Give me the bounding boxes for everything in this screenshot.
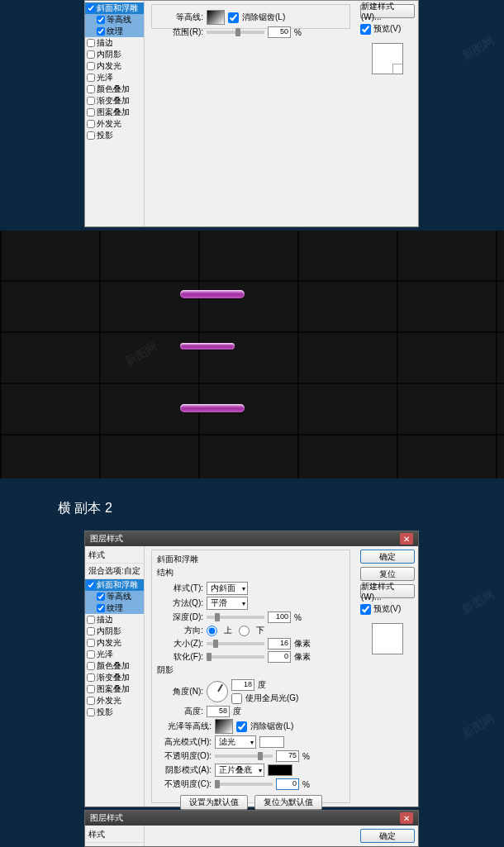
soften-label: 软化(F): bbox=[157, 651, 203, 663]
right-panel: 确定 复位 新建样式(W)... 预览(V) bbox=[357, 546, 418, 807]
altitude-input[interactable]: 58 bbox=[207, 706, 230, 717]
style-item-outer-glow[interactable]: 外发光 bbox=[85, 118, 144, 130]
style-item-outer-glow[interactable]: 外发光 bbox=[85, 695, 144, 707]
style-item-gradient-overlay[interactable]: 渐变叠加 bbox=[85, 95, 144, 107]
style-item-bevel[interactable]: 斜面和浮雕 bbox=[85, 579, 144, 591]
style-checkbox[interactable] bbox=[87, 50, 95, 59]
opacity1-input[interactable]: 75 bbox=[276, 750, 299, 762]
style-item-pattern-overlay[interactable]: 图案叠加 bbox=[85, 107, 144, 118]
close-button[interactable]: ✕ bbox=[400, 812, 413, 824]
angle-input[interactable]: 18 bbox=[231, 679, 254, 691]
size-input[interactable]: 16 bbox=[268, 638, 291, 650]
preview-checkbox[interactable] bbox=[360, 604, 371, 615]
style-item-color-overlay[interactable]: 颜色叠加 bbox=[85, 83, 144, 95]
make-default-button[interactable]: 设置为默认值 bbox=[180, 795, 248, 810]
style-checkbox[interactable] bbox=[87, 708, 95, 716]
blend-options-header[interactable]: 混合选项:自定 bbox=[85, 564, 144, 579]
opacity2-input[interactable]: 0 bbox=[276, 778, 299, 790]
style-item-inner-shadow[interactable]: 内阴影 bbox=[85, 49, 144, 60]
style-checkbox[interactable] bbox=[87, 627, 95, 635]
style-checkbox[interactable] bbox=[97, 604, 105, 612]
style-item-contour[interactable]: 等高线 bbox=[85, 14, 144, 26]
style-item-pattern-overlay[interactable]: 图案叠加 bbox=[85, 683, 144, 695]
style-item-gradient-overlay[interactable]: 渐变叠加 bbox=[85, 672, 144, 683]
style-item-inner-glow[interactable]: 内发光 bbox=[85, 637, 144, 649]
style-checkbox[interactable] bbox=[87, 108, 95, 117]
style-checkbox[interactable] bbox=[87, 4, 95, 12]
style-checkbox[interactable] bbox=[87, 39, 95, 47]
style-checkbox[interactable] bbox=[87, 74, 95, 82]
reset-default-button[interactable]: 复位为默认值 bbox=[254, 795, 322, 810]
style-checkbox[interactable] bbox=[97, 27, 105, 36]
capsule-shape-1 bbox=[180, 290, 245, 298]
style-checkbox[interactable] bbox=[87, 120, 95, 128]
highlight-mode-dropdown[interactable]: 滤光 bbox=[215, 735, 256, 749]
style-item-drop-shadow[interactable]: 投影 bbox=[85, 707, 144, 718]
layer-style-dialog-3: 图层样式 ✕ 样式 确定 bbox=[84, 810, 419, 847]
dialog-titlebar[interactable]: 图层样式 ✕ bbox=[85, 811, 418, 826]
opacity2-slider[interactable] bbox=[215, 783, 273, 786]
style-item-contour[interactable]: 等高线 bbox=[85, 591, 144, 602]
contour-picker[interactable] bbox=[207, 10, 225, 25]
style-checkbox[interactable] bbox=[87, 616, 95, 624]
style-item-bevel[interactable]: 斜面和浮雕 bbox=[85, 2, 144, 14]
percent-label: % bbox=[294, 28, 302, 37]
style-checkbox[interactable] bbox=[87, 697, 95, 705]
style-checkbox[interactable] bbox=[87, 85, 95, 93]
style-checkbox[interactable] bbox=[97, 592, 105, 601]
panel-title: 斜面和浮雕 bbox=[157, 554, 345, 565]
close-button[interactable]: ✕ bbox=[400, 533, 413, 545]
style-checkbox[interactable] bbox=[97, 16, 105, 24]
style-item-stroke[interactable]: 描边 bbox=[85, 614, 144, 626]
dialog-titlebar[interactable]: 图层样式 ✕ bbox=[85, 531, 418, 546]
style-item-color-overlay[interactable]: 颜色叠加 bbox=[85, 660, 144, 672]
shadow-mode-dropdown[interactable]: 正片叠底 bbox=[215, 764, 264, 777]
global-light-checkbox[interactable] bbox=[231, 693, 242, 704]
style-item-satin[interactable]: 光泽 bbox=[85, 649, 144, 660]
angle-wheel[interactable] bbox=[207, 681, 228, 702]
new-style-button[interactable]: 新建样式(W)... bbox=[360, 4, 415, 18]
range-input[interactable]: 50 bbox=[268, 26, 291, 38]
antialias-checkbox[interactable] bbox=[236, 721, 247, 732]
style-item-drop-shadow[interactable]: 投影 bbox=[85, 130, 144, 141]
style-checkbox[interactable] bbox=[87, 673, 95, 682]
shadow-color-swatch[interactable] bbox=[268, 764, 292, 776]
style-item-inner-shadow[interactable]: 内阴影 bbox=[85, 626, 144, 637]
ok-button[interactable]: 确定 bbox=[360, 829, 415, 843]
direction-up-radio[interactable] bbox=[207, 626, 217, 636]
method-dropdown[interactable]: 平滑 bbox=[207, 597, 248, 610]
style-checkbox[interactable] bbox=[87, 131, 95, 140]
direction-down-radio[interactable] bbox=[239, 626, 250, 636]
style-item-texture[interactable]: 纹理 bbox=[85, 26, 144, 37]
style-dropdown[interactable]: 内斜面 bbox=[207, 582, 248, 595]
depth-input[interactable]: 100 bbox=[268, 611, 291, 623]
style-checkbox[interactable] bbox=[87, 639, 95, 647]
new-style-button[interactable]: 新建样式(W)... bbox=[360, 584, 415, 598]
styles-header[interactable]: 样式 bbox=[85, 548, 144, 564]
style-checkbox[interactable] bbox=[87, 97, 95, 105]
percent-label: % bbox=[294, 613, 302, 622]
style-item-texture[interactable]: 纹理 bbox=[85, 602, 144, 614]
opacity1-slider[interactable] bbox=[215, 754, 273, 758]
gloss-contour-picker[interactable] bbox=[215, 719, 233, 734]
style-item-stroke[interactable]: 描边 bbox=[85, 37, 144, 49]
style-checkbox[interactable] bbox=[87, 650, 95, 659]
style-checkbox[interactable] bbox=[87, 662, 95, 670]
style-checkbox[interactable] bbox=[87, 62, 95, 70]
range-slider[interactable] bbox=[207, 31, 264, 34]
soften-input[interactable]: 0 bbox=[268, 651, 291, 663]
style-checkbox[interactable] bbox=[87, 581, 95, 589]
style-item-inner-glow[interactable]: 内发光 bbox=[85, 60, 144, 72]
style-checkbox[interactable] bbox=[87, 685, 95, 693]
preview-checkbox[interactable] bbox=[360, 24, 371, 35]
antialias-checkbox[interactable] bbox=[228, 12, 239, 23]
soften-slider[interactable] bbox=[207, 655, 264, 659]
cancel-button[interactable]: 复位 bbox=[360, 567, 415, 581]
size-slider[interactable] bbox=[207, 642, 264, 645]
style-item-satin[interactable]: 光泽 bbox=[85, 72, 144, 83]
styles-header[interactable]: 样式 bbox=[85, 827, 144, 843]
depth-slider[interactable] bbox=[207, 616, 264, 619]
ok-button[interactable]: 确定 bbox=[360, 550, 415, 564]
highlight-color-swatch[interactable] bbox=[259, 736, 284, 748]
preview-box bbox=[372, 43, 403, 74]
